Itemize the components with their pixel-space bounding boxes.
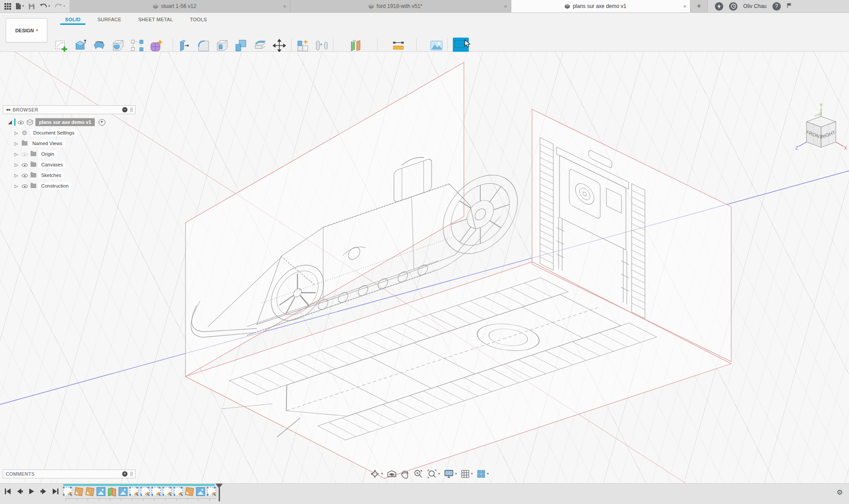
image-feature-icon[interactable] [119, 487, 127, 496]
job-status-icon[interactable] [715, 2, 723, 11]
revolve-icon[interactable] [91, 38, 107, 54]
document-tab[interactable]: ford 1918-with v51* × [290, 0, 511, 12]
timeline-progress-track[interactable] [63, 484, 215, 486]
visibility-eye-off-icon[interactable] [22, 151, 28, 157]
notification-center-icon[interactable] [729, 2, 737, 11]
app-grid-icon[interactable] [4, 3, 11, 10]
collapsed-triangle-icon[interactable]: ▷ [15, 162, 19, 167]
row-label[interactable]: Construction [39, 182, 71, 189]
visibility-eye-icon[interactable] [22, 183, 28, 189]
collapsed-triangle-icon[interactable]: ▷ [15, 184, 19, 189]
sketch-feature-icon[interactable] [141, 487, 150, 496]
expand-panel-icon[interactable]: + [122, 471, 127, 477]
grid-snaps-icon[interactable]: ▾ [461, 469, 473, 478]
browser-row-origin[interactable]: ▷ Origin [3, 149, 135, 159]
shell-icon[interactable] [214, 38, 230, 54]
construction-plane-icon[interactable] [348, 38, 364, 54]
timeline-settings-gear-icon[interactable]: ⚙ [837, 488, 843, 496]
collapse-panel-icon[interactable]: ◀◀ [6, 108, 10, 112]
press-pull-icon[interactable] [176, 38, 192, 54]
close-icon[interactable]: × [279, 3, 290, 10]
browser-header[interactable]: ◀◀ BROWSER − [3, 105, 135, 114]
extrude-icon[interactable] [72, 38, 88, 54]
sketch-feature-icon[interactable] [207, 487, 216, 496]
collapsed-triangle-icon[interactable]: ▷ [15, 141, 19, 146]
construction-plane-feature-icon[interactable] [108, 487, 116, 496]
image-feature-icon[interactable] [196, 487, 205, 496]
browser-row-canvases[interactable]: ▷ Canvases [3, 159, 135, 170]
offset-face-icon[interactable] [252, 38, 268, 54]
undo-icon[interactable]: ▾ [39, 3, 50, 9]
workspace-selector[interactable]: DESIGN ▾ [6, 18, 47, 42]
feedback-flag-icon[interactable] [787, 2, 792, 10]
create-sketch-icon[interactable] [53, 38, 69, 54]
go-to-end-icon[interactable] [52, 488, 59, 496]
tab-sheet-metal[interactable]: SHEET METAL [130, 16, 181, 25]
combine-icon[interactable] [233, 38, 249, 54]
document-tab-active[interactable]: plans sur axe demo v1 × [511, 0, 691, 12]
fit-icon[interactable]: ▾ [427, 469, 440, 479]
root-component-name[interactable]: plans sur axe demo v1 [35, 118, 95, 126]
tab-solid[interactable]: SOLID [57, 16, 89, 25]
help-icon[interactable]: ? [772, 2, 781, 11]
sketch-feature-icon[interactable] [152, 487, 161, 496]
look-at-icon[interactable] [387, 470, 397, 478]
user-name[interactable]: Oliv Chau [743, 3, 767, 9]
row-label[interactable]: Document Settings [31, 129, 77, 136]
comments-header[interactable]: COMMENTS + [3, 469, 135, 478]
new-component-icon[interactable] [295, 38, 311, 54]
hide-panel-icon[interactable]: − [122, 107, 127, 112]
row-label[interactable]: Named Views [30, 140, 65, 147]
save-icon[interactable] [28, 3, 35, 10]
activate-component-radio[interactable] [99, 119, 105, 126]
collapsed-triangle-icon[interactable]: ▷ [15, 152, 19, 157]
browser-row-construction[interactable]: ▷ Construction [3, 181, 135, 191]
model-viewport[interactable]: ◀◀ BROWSER − plans sur axe demo v1 ▷ ⚙ D… [0, 52, 849, 483]
row-label[interactable]: Sketches [39, 172, 64, 179]
tab-surface[interactable]: SURFACE [89, 16, 130, 25]
create-form-icon[interactable] [148, 38, 164, 54]
step-forward-icon[interactable] [40, 488, 47, 496]
close-icon[interactable]: × [679, 3, 690, 10]
new-tab-button[interactable]: + [691, 0, 708, 12]
joint-icon[interactable] [314, 38, 330, 54]
rectangular-pattern-icon[interactable] [129, 38, 145, 54]
step-back-icon[interactable] [16, 488, 23, 496]
redo-icon[interactable]: ▾ [54, 3, 65, 9]
row-label[interactable]: Canvases [39, 161, 66, 168]
sketch-feature-icon[interactable] [63, 487, 72, 496]
pan-icon[interactable] [401, 469, 409, 479]
panel-drag-handle[interactable] [131, 472, 132, 476]
collapsed-triangle-icon[interactable]: ▷ [15, 131, 19, 135]
view-cube[interactable]: FRONT RIGHT TOP Y Z X [795, 103, 848, 157]
row-label[interactable]: Origin [39, 150, 57, 158]
panel-drag-handle[interactable] [131, 108, 132, 112]
insert-canvas-icon[interactable] [428, 38, 444, 54]
collapsed-triangle-icon[interactable]: ▷ [15, 173, 19, 178]
fillet-icon[interactable] [195, 38, 211, 54]
visibility-eye-icon[interactable] [18, 119, 24, 125]
file-menu-icon[interactable]: ▾ [15, 3, 24, 10]
tab-tools[interactable]: TOOLS [181, 16, 216, 25]
sketch-feature-icon[interactable] [163, 487, 172, 496]
measure-icon[interactable] [390, 38, 406, 54]
visibility-eye-icon[interactable] [22, 173, 28, 178]
go-to-start-icon[interactable] [4, 488, 11, 496]
move-copy-icon[interactable] [271, 38, 287, 54]
expanded-triangle-icon[interactable] [8, 120, 12, 124]
image-feature-icon[interactable] [96, 487, 105, 496]
viewports-icon[interactable]: ▾ [477, 469, 489, 478]
canvas-feature-icon[interactable] [85, 487, 94, 496]
document-tab[interactable]: stuart 1-56 v12 × [69, 0, 290, 12]
sketch-feature-icon[interactable] [174, 487, 183, 496]
browser-row-document-settings[interactable]: ▷ ⚙ Document Settings [3, 127, 135, 138]
hole-icon[interactable] [110, 38, 126, 54]
canvas-feature-icon[interactable] [74, 487, 83, 496]
browser-row-named-views[interactable]: ▷ Named Views [3, 138, 135, 149]
zoom-icon[interactable] [413, 469, 423, 479]
visibility-eye-icon[interactable] [22, 162, 28, 168]
browser-row-sketches[interactable]: ▷ Sketches [3, 170, 135, 181]
browser-root-row[interactable]: plans sur axe demo v1 [3, 117, 135, 127]
display-settings-icon[interactable]: ▾ [444, 469, 457, 478]
play-icon[interactable] [28, 488, 35, 496]
